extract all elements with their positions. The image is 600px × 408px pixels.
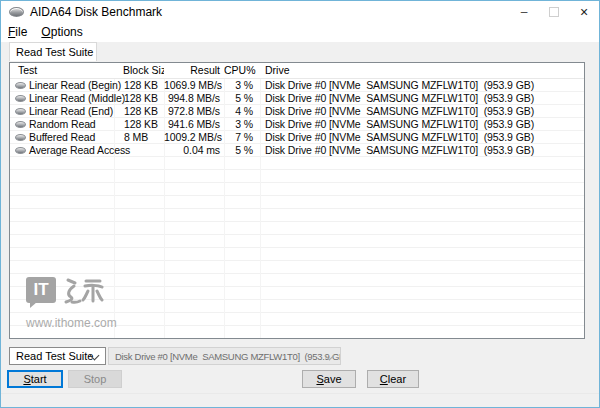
ithome-logo-icon: IT — [26, 277, 56, 303]
block-size: 128 KB — [114, 79, 164, 92]
block-size: 128 KB — [114, 105, 164, 118]
column-header-result[interactable]: Result — [164, 63, 224, 78]
close-button[interactable]: × — [569, 1, 599, 23]
test-name: Linear Read (Middle) — [29, 92, 125, 105]
block-size: 128 KB — [114, 92, 164, 105]
cpu-usage: 5 % — [224, 92, 260, 105]
cpu-usage: 5 % — [224, 144, 260, 157]
drive-select-value: Disk Drive #0 [NVMe SAMSUNG MZFLW1T0] (9… — [115, 351, 341, 362]
app-window: AIDA64 Disk Benchmark – × File Options R… — [0, 0, 600, 408]
save-button[interactable]: Save — [302, 370, 356, 388]
drive: Disk Drive #0 [NVMe SAMSUNG MZFLW1T0] (9… — [260, 131, 584, 144]
result: 994.8 MB/s — [164, 92, 224, 105]
test-name: Linear Read (End) — [29, 105, 113, 118]
disk-icon — [15, 121, 26, 128]
results-table: Test Block Size Result CPU% Drive Linear… — [9, 62, 585, 339]
window-title: AIDA64 Disk Benchmark — [30, 5, 162, 19]
test-name: Buffered Read — [29, 131, 95, 144]
drive: Disk Drive #0 [NVMe SAMSUNG MZFLW1T0] (9… — [260, 105, 584, 118]
table-row[interactable]: Average Read Access 0.04 ms 5 % Disk Dri… — [10, 144, 584, 157]
column-header-cpu[interactable]: CPU% — [224, 63, 260, 78]
test-suite-select[interactable]: Read Test Suite — [9, 347, 106, 365]
drive-select-disabled: Disk Drive #0 [NVMe SAMSUNG MZFLW1T0] (9… — [108, 347, 341, 365]
block-size: 128 KB — [114, 118, 164, 131]
cpu-usage: 7 % — [224, 131, 260, 144]
table-header: Test Block Size Result CPU% Drive — [10, 63, 584, 79]
ithome-cn-glyphs-icon: 之家 — [62, 277, 104, 309]
test-suite-value: Read Test Suite — [16, 350, 93, 362]
disk-icon — [15, 108, 26, 115]
watermark: IT 之家 — [26, 277, 117, 330]
table-row[interactable]: Linear Read (Begin) 128 KB 1069.9 MB/s 3… — [10, 79, 584, 92]
disk-icon — [15, 82, 26, 89]
cpu-usage: 3 % — [224, 79, 260, 92]
cpu-usage: 4 % — [224, 105, 260, 118]
titlebar: AIDA64 Disk Benchmark – × — [1, 1, 599, 23]
minimize-button[interactable]: – — [509, 1, 539, 23]
drive: Disk Drive #0 [NVMe SAMSUNG MZFLW1T0] (9… — [260, 79, 584, 92]
watermark-url: www.ithome.com — [26, 316, 117, 330]
result: 0.04 ms — [164, 144, 224, 157]
column-header-block-size[interactable]: Block Size — [114, 63, 164, 78]
disk-icon — [15, 134, 26, 141]
column-header-drive[interactable]: Drive — [260, 63, 584, 78]
table-body: Linear Read (Begin) 128 KB 1069.9 MB/s 3… — [10, 79, 584, 338]
maximize-icon — [549, 7, 559, 17]
footer-divider — [1, 393, 599, 394]
table-row[interactable]: Linear Read (End) 128 KB 972.8 MB/s 4 % … — [10, 105, 584, 118]
test-name: Linear Read (Begin) — [29, 79, 121, 92]
result: 1069.9 MB/s — [164, 79, 224, 92]
result: 941.6 MB/s — [164, 118, 224, 131]
column-header-test[interactable]: Test — [10, 63, 114, 78]
maximize-button[interactable] — [539, 1, 569, 23]
menubar: File Options — [1, 23, 599, 42]
test-name: Random Read — [29, 118, 96, 131]
table-row[interactable]: Random Read 128 KB 941.6 MB/s 3 % Disk D… — [10, 118, 584, 131]
stop-button: Stop — [68, 370, 122, 388]
cpu-usage: 3 % — [224, 118, 260, 131]
menu-options[interactable]: Options — [34, 23, 89, 42]
clear-button[interactable]: Clear — [367, 370, 419, 388]
drive: Disk Drive #0 [NVMe SAMSUNG MZFLW1T0] (9… — [260, 92, 584, 105]
result: 972.8 MB/s — [164, 105, 224, 118]
result: 1009.2 MB/s — [164, 131, 224, 144]
client-area: Read Test Suite Test Block Size Result C… — [1, 42, 599, 407]
block-size — [114, 144, 164, 157]
block-size: 8 MB — [114, 131, 164, 144]
disk-icon — [15, 95, 26, 102]
caption-buttons: – × — [509, 1, 599, 23]
drive: Disk Drive #0 [NVMe SAMSUNG MZFLW1T0] (9… — [260, 118, 584, 131]
table-row[interactable]: Buffered Read 8 MB 1009.2 MB/s 7 % Disk … — [10, 131, 584, 144]
start-button[interactable]: Start — [7, 370, 63, 388]
tab-read-test-suite[interactable]: Read Test Suite — [9, 42, 97, 61]
drive: Disk Drive #0 [NVMe SAMSUNG MZFLW1T0] (9… — [260, 144, 584, 157]
table-row[interactable]: Linear Read (Middle) 128 KB 994.8 MB/s 5… — [10, 92, 584, 105]
menu-file[interactable]: File — [1, 23, 34, 42]
disk-icon — [15, 147, 26, 154]
disk-icon — [9, 7, 24, 17]
